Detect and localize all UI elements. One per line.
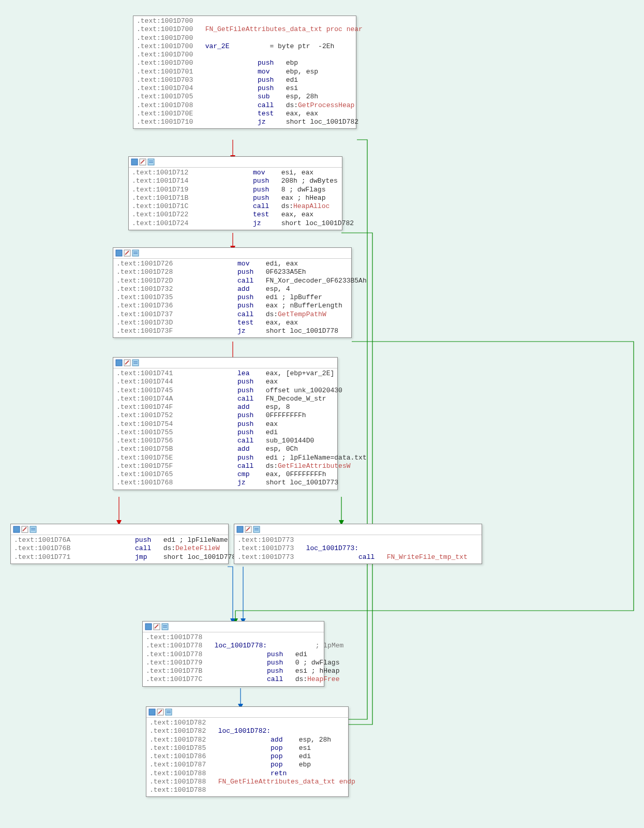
edit-icon[interactable] bbox=[21, 526, 28, 533]
basic-block-4[interactable]: .text:1001D741 lea eax, [ebp+var_2E] .te… bbox=[113, 357, 338, 490]
disasm-code: .text:1001D76A push edi ; lpFileName .te… bbox=[11, 535, 228, 564]
list-icon[interactable] bbox=[161, 623, 169, 630]
edit-icon[interactable] bbox=[245, 526, 252, 533]
graph-view-icon[interactable] bbox=[13, 526, 20, 533]
disasm-code: .text:1001D741 lea eax, [ebp+var_2E] .te… bbox=[113, 368, 337, 490]
disasm-code: .text:1001D782 .text:1001D782 loc_1001D7… bbox=[146, 718, 348, 796]
svg-rect-24 bbox=[13, 526, 20, 533]
basic-block-5[interactable]: .text:1001D76A push edi ; lpFileName .te… bbox=[10, 524, 229, 564]
svg-rect-34 bbox=[145, 624, 152, 630]
disassembly-graph-canvas[interactable]: .text:1001D700 .text:1001D700 FN_GetFile… bbox=[0, 0, 644, 828]
graph-view-icon[interactable] bbox=[148, 708, 156, 716]
svg-rect-9 bbox=[131, 159, 138, 165]
graph-view-icon[interactable] bbox=[131, 158, 138, 166]
svg-rect-14 bbox=[116, 250, 122, 256]
svg-rect-39 bbox=[149, 709, 155, 715]
svg-rect-29 bbox=[237, 526, 243, 533]
graph-view-icon[interactable] bbox=[115, 359, 123, 366]
block-header bbox=[113, 248, 351, 259]
edit-icon[interactable] bbox=[153, 623, 160, 630]
edit-icon[interactable] bbox=[157, 708, 164, 716]
basic-block-7[interactable]: .text:1001D778 .text:1001D778 loc_1001D7… bbox=[142, 621, 324, 687]
basic-block-2[interactable]: .text:1001D712 mov esi, eax .text:1001D7… bbox=[128, 156, 342, 230]
block-header bbox=[146, 707, 348, 718]
disasm-code: .text:1001D712 mov esi, eax .text:1001D7… bbox=[129, 168, 342, 230]
svg-rect-41 bbox=[166, 709, 172, 715]
svg-rect-31 bbox=[253, 526, 260, 533]
block-header bbox=[234, 524, 482, 535]
svg-rect-19 bbox=[116, 360, 122, 366]
svg-rect-21 bbox=[132, 360, 139, 366]
list-icon[interactable] bbox=[29, 526, 37, 533]
list-icon[interactable] bbox=[132, 359, 139, 366]
svg-rect-26 bbox=[30, 526, 36, 533]
block-header bbox=[143, 622, 324, 632]
edit-icon[interactable] bbox=[124, 359, 131, 366]
basic-block-6[interactable]: .text:1001D773 .text:1001D773 loc_1001D7… bbox=[234, 524, 482, 564]
edit-icon[interactable] bbox=[139, 158, 146, 166]
basic-block-8[interactable]: .text:1001D782 .text:1001D782 loc_1001D7… bbox=[146, 706, 349, 797]
list-icon[interactable] bbox=[253, 526, 260, 533]
block-header bbox=[129, 157, 342, 168]
disasm-code: .text:1001D700 .text:1001D700 FN_GetFile… bbox=[133, 16, 356, 128]
block-header bbox=[113, 358, 337, 368]
basic-block-1[interactable]: .text:1001D700 .text:1001D700 FN_GetFile… bbox=[133, 16, 356, 129]
svg-rect-16 bbox=[132, 250, 139, 256]
graph-view-icon[interactable] bbox=[115, 249, 123, 257]
disasm-code: .text:1001D778 .text:1001D778 loc_1001D7… bbox=[143, 632, 324, 686]
edit-icon[interactable] bbox=[124, 249, 131, 257]
svg-rect-36 bbox=[162, 624, 168, 630]
disasm-code: .text:1001D773 .text:1001D773 loc_1001D7… bbox=[234, 535, 482, 564]
svg-rect-11 bbox=[148, 159, 154, 165]
basic-block-3[interactable]: .text:1001D726 mov edi, eax .text:1001D7… bbox=[113, 247, 352, 338]
list-icon[interactable] bbox=[165, 708, 172, 716]
list-icon[interactable] bbox=[147, 158, 155, 166]
list-icon[interactable] bbox=[132, 249, 139, 257]
disasm-code: .text:1001D726 mov edi, eax .text:1001D7… bbox=[113, 259, 351, 337]
graph-view-icon[interactable] bbox=[236, 526, 244, 533]
block-header bbox=[11, 524, 228, 535]
graph-view-icon[interactable] bbox=[145, 623, 152, 630]
